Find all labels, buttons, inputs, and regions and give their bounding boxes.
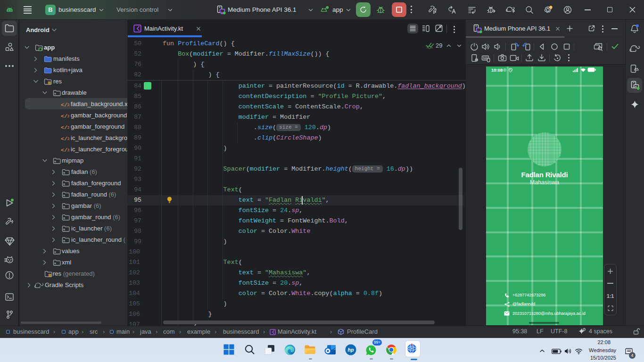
svg-text:hp: hp bbox=[348, 347, 354, 353]
